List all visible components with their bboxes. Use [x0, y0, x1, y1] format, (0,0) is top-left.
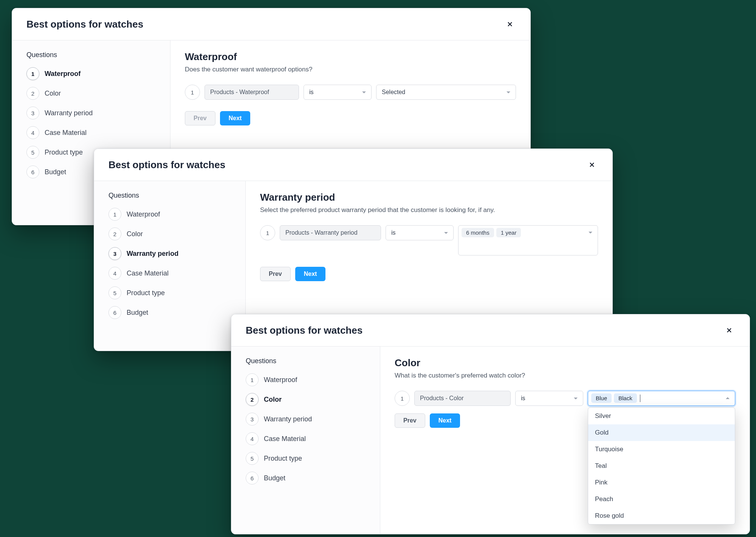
- question-description: Does the customer want waterproof option…: [185, 66, 516, 73]
- question-number: 4: [26, 126, 39, 139]
- question-heading: Warranty period: [260, 192, 598, 203]
- chevron-up-icon: [726, 397, 730, 399]
- sidebar-item-case-material[interactable]: 4 Case Material: [108, 267, 235, 280]
- next-button[interactable]: Next: [430, 413, 460, 428]
- dropdown-option[interactable]: Rose gold: [588, 508, 735, 524]
- question-label: Warranty period: [127, 250, 178, 258]
- question-label: Case Material: [264, 435, 306, 443]
- dialog-title: Best options for watches: [108, 159, 225, 171]
- rule-operator-value: is: [309, 89, 314, 96]
- rule-value-select[interactable]: Selected: [376, 85, 516, 100]
- question-label: Warranty period: [264, 415, 312, 423]
- rule-field-select[interactable]: Products - Color: [414, 391, 511, 406]
- dropdown-option[interactable]: Gold: [588, 424, 735, 441]
- sidebar-item-color[interactable]: 2 Color: [26, 87, 160, 100]
- sidebar-item-case-material[interactable]: 4 Case Material: [26, 126, 160, 139]
- prev-button[interactable]: Prev: [395, 413, 425, 428]
- rule-value-multiselect[interactable]: 6 months 1 year: [458, 225, 598, 255]
- color-dropdown[interactable]: Silver Gold Turquoise Teal Pink Peach Ro…: [588, 407, 735, 525]
- question-number: 5: [246, 452, 259, 465]
- chip[interactable]: Blue: [591, 393, 612, 403]
- question-number: 3: [108, 247, 121, 260]
- rule-row: 1 Products - Warranty period is 6 months…: [260, 225, 598, 255]
- prev-label: Prev: [269, 271, 282, 277]
- dialog-header: Best options for watches: [231, 314, 750, 347]
- sidebar-item-warranty[interactable]: 3 Warranty period: [246, 413, 369, 426]
- question-description: Select the preferred product warranty pe…: [260, 206, 598, 214]
- next-button[interactable]: Next: [220, 111, 251, 125]
- sidebar-item-warranty[interactable]: 3 Warranty period: [108, 247, 235, 260]
- question-label: Product type: [264, 455, 302, 463]
- chip[interactable]: Black: [614, 393, 637, 403]
- rule-operator-select[interactable]: is: [515, 391, 583, 406]
- rule-number: 1: [260, 225, 275, 240]
- dialog-title: Best options for watches: [246, 325, 363, 336]
- chip[interactable]: 6 months: [462, 228, 494, 237]
- chevron-down-icon: [589, 232, 592, 234]
- question-number: 3: [26, 107, 39, 119]
- sidebar-item-waterproof[interactable]: 1 Waterproof: [108, 208, 235, 221]
- questions-list: 1 Waterproof 2 Color 3 Warranty period 4…: [108, 208, 235, 319]
- rule-operator-select[interactable]: is: [386, 225, 454, 240]
- prev-label: Prev: [403, 417, 417, 424]
- sidebar-item-product-type[interactable]: 5 Product type: [246, 452, 369, 465]
- rule-field-select[interactable]: Products - Waterproof: [204, 85, 299, 100]
- question-label: Product type: [127, 289, 165, 297]
- rule-value-text: Selected: [382, 89, 405, 96]
- chevron-down-icon: [507, 91, 510, 93]
- sidebar-item-case-material[interactable]: 4 Case Material: [246, 432, 369, 445]
- question-label: Waterproof: [264, 376, 297, 384]
- close-button[interactable]: [504, 18, 516, 30]
- prev-label: Prev: [194, 115, 207, 122]
- sidebar-item-warranty[interactable]: 3 Warranty period: [26, 107, 160, 119]
- close-icon: [726, 327, 732, 333]
- chevron-down-icon: [362, 91, 366, 93]
- close-button[interactable]: [723, 324, 735, 336]
- chip[interactable]: 1 year: [496, 228, 521, 237]
- nav-buttons: Prev Next: [260, 267, 598, 281]
- question-label: Product type: [45, 149, 83, 156]
- next-label: Next: [304, 271, 317, 277]
- question-label: Color: [127, 230, 143, 238]
- dropdown-option[interactable]: Pink: [588, 474, 735, 491]
- sidebar-item-waterproof[interactable]: 1 Waterproof: [26, 67, 160, 80]
- sidebar-item-color[interactable]: 2 Color: [108, 227, 235, 240]
- prev-button[interactable]: Prev: [260, 267, 291, 281]
- question-label: Budget: [45, 168, 66, 176]
- questions-sidebar: Questions 1 Waterproof 2 Color 3 Warrant…: [231, 347, 380, 534]
- dropdown-option[interactable]: Peach: [588, 491, 735, 508]
- sidebar-item-color[interactable]: 2 Color: [246, 393, 369, 406]
- sidebar-item-budget[interactable]: 6 Budget: [246, 472, 369, 484]
- question-heading: Color: [395, 357, 735, 369]
- rule-value-multiselect[interactable]: Blue Black: [588, 391, 735, 406]
- close-icon: [589, 162, 595, 168]
- dropdown-option[interactable]: Silver: [588, 408, 735, 424]
- question-heading: Waterproof: [185, 51, 516, 63]
- rule-operator-value: is: [391, 229, 396, 236]
- next-button[interactable]: Next: [295, 267, 326, 281]
- question-label: Case Material: [127, 269, 169, 277]
- dropdown-option[interactable]: Teal: [588, 458, 735, 474]
- question-number: 1: [26, 67, 39, 80]
- rule-operator-select[interactable]: is: [304, 85, 372, 100]
- prev-button[interactable]: Prev: [185, 111, 215, 125]
- sidebar-title: Questions: [246, 357, 369, 365]
- question-label: Warranty period: [45, 109, 93, 117]
- close-button[interactable]: [586, 159, 598, 171]
- question-number: 2: [26, 87, 39, 100]
- nav-buttons: Prev Next: [185, 111, 516, 125]
- dropdown-option[interactable]: Turquoise: [588, 441, 735, 458]
- question-number: 2: [246, 393, 259, 406]
- sidebar-item-budget[interactable]: 6 Budget: [108, 306, 235, 319]
- rule-field-value: Products - Waterproof: [210, 89, 269, 96]
- rule-number: 1: [395, 391, 410, 406]
- rule-field-select[interactable]: Products - Warranty period: [280, 225, 381, 240]
- question-panel: Color What is the customer's preferred w…: [380, 347, 750, 534]
- dialog-title: Best options for watches: [26, 19, 143, 30]
- question-number: 4: [246, 432, 259, 445]
- sidebar-item-product-type[interactable]: 5 Product type: [108, 286, 235, 299]
- next-label: Next: [438, 417, 452, 424]
- sidebar-title: Questions: [26, 51, 160, 59]
- sidebar-item-waterproof[interactable]: 1 Waterproof: [246, 373, 369, 386]
- question-number: 1: [246, 373, 259, 386]
